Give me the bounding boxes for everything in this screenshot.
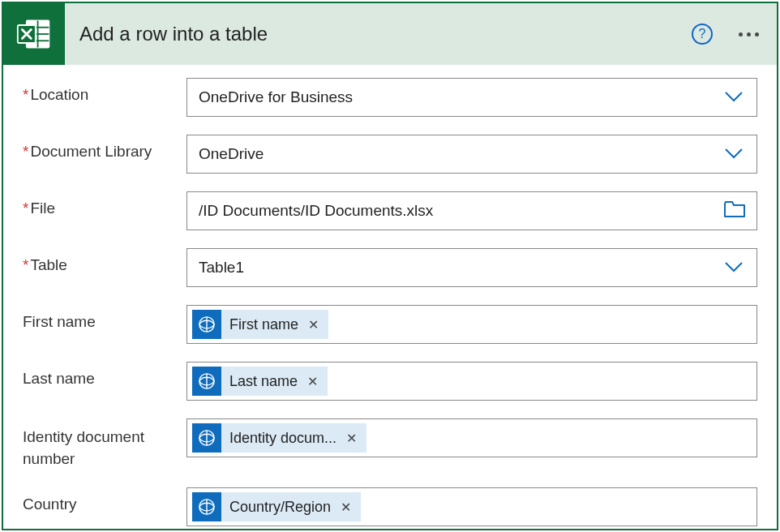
ai-builder-icon [192,310,221,339]
location-value: OneDrive for Business [199,88,722,106]
label-iddoc: Identity document number [23,418,186,470]
location-select[interactable]: OneDrive for Business [186,78,757,117]
country-input[interactable]: Country/Region ✕ [186,487,757,526]
token-label: Last name [229,373,298,390]
card-header: Add a row into a table ? [3,3,777,65]
close-icon[interactable]: ✕ [345,429,358,448]
token-lastname[interactable]: Last name ✕ [192,367,328,396]
table-select[interactable]: Table1 [186,248,757,287]
label-library: *Document Library [23,135,186,161]
chevron-down-icon [722,260,745,276]
close-icon[interactable]: ✕ [306,372,319,391]
firstname-input[interactable]: First name ✕ [186,305,757,344]
chevron-down-icon [722,89,745,105]
token-iddoc[interactable]: Identity docum... ✕ [192,423,366,453]
label-file: *File [23,191,186,217]
token-country[interactable]: Country/Region ✕ [192,492,361,521]
token-firstname[interactable]: First name ✕ [192,310,328,339]
label-table: *Table [23,248,186,274]
chevron-down-icon [722,146,745,162]
help-icon[interactable]: ? [692,24,713,45]
file-value: /ID Documents/ID Documents.xlsx [199,202,724,220]
more-icon[interactable] [735,29,762,40]
lastname-input[interactable]: Last name ✕ [186,362,757,401]
ai-builder-icon [192,423,221,453]
close-icon[interactable]: ✕ [306,315,320,334]
card-title: Add a row into a table [79,23,268,45]
action-card: Add a row into a table ? *Location OneDr… [2,2,778,530]
label-firstname: First name [23,305,186,331]
library-select[interactable]: OneDrive [186,135,757,174]
label-country: Country [23,487,186,513]
excel-icon [3,3,65,65]
token-label: Identity docum... [229,430,336,447]
ai-builder-icon [192,492,221,521]
library-value: OneDrive [199,145,722,163]
label-lastname: Last name [23,362,186,388]
table-value: Table1 [199,259,722,277]
ai-builder-icon [192,367,221,396]
close-icon[interactable]: ✕ [339,498,353,517]
token-label: First name [229,316,298,333]
label-location: *Location [23,78,186,104]
token-label: Country/Region [229,499,331,516]
folder-icon[interactable] [724,200,745,222]
file-input[interactable]: /ID Documents/ID Documents.xlsx [186,191,757,230]
iddoc-input[interactable]: Identity docum... ✕ [186,418,757,457]
